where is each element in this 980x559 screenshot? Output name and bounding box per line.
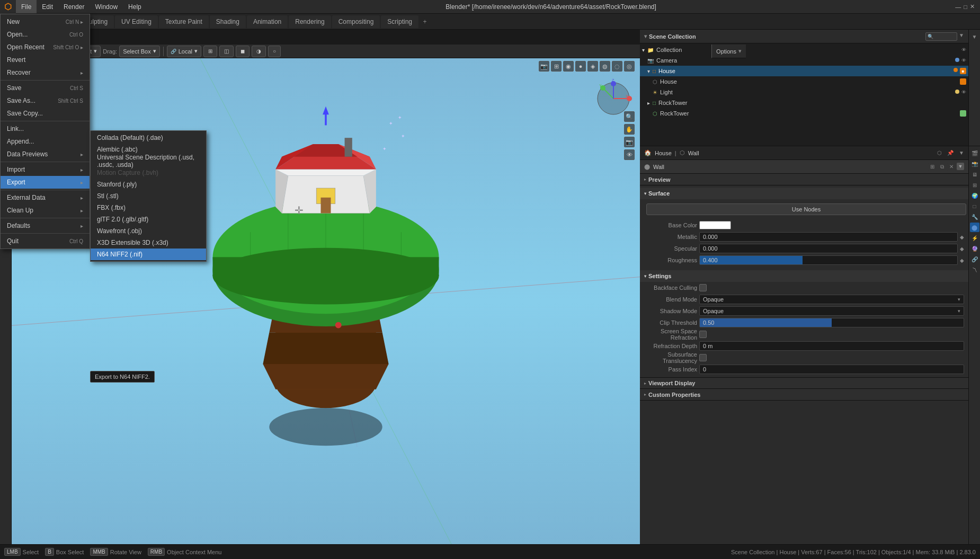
light-vis-icon[interactable]: 👁 <box>961 90 966 95</box>
menu-help[interactable]: Help <box>123 0 147 13</box>
outliner-item-scene-collection[interactable]: ▾ 📁 Collection 👁 <box>640 45 968 55</box>
xray-btn[interactable]: ◫ <box>219 46 234 57</box>
vp-shade3-icon[interactable]: ◈ <box>587 61 598 72</box>
prop-icon-particles[interactable]: ⚡ <box>970 233 979 243</box>
metallic-value[interactable]: 0.000 <box>699 232 958 242</box>
export-n64-niff2[interactable]: N64 NIFF2 (.nif) <box>91 249 206 260</box>
metallic-keyframe-icon[interactable]: ◆ <box>960 234 964 240</box>
menu-defaults[interactable]: Defaults ▸ <box>1 219 90 232</box>
filter-icon-header[interactable]: ▼ <box>959 150 964 156</box>
minimize-btn[interactable]: — <box>955 4 961 10</box>
menu-recover[interactable]: Recover ▸ <box>1 66 90 79</box>
tab-texture-paint[interactable]: Texture Paint <box>159 15 209 28</box>
subsurface-checkbox[interactable] <box>699 354 707 361</box>
outliner-search-box[interactable]: 🔍 <box>925 32 957 41</box>
tab-scripting[interactable]: Scripting <box>381 15 418 28</box>
filter-icon[interactable]: ▼ <box>970 32 979 41</box>
pass-index-value[interactable]: 0 <box>699 365 964 374</box>
prop-icon-output[interactable]: 🖥 <box>970 170 979 179</box>
menu-link[interactable]: Link... <box>1 122 90 135</box>
menu-export[interactable]: Export ▸ <box>1 176 90 189</box>
tab-shading[interactable]: Shading <box>210 15 246 28</box>
menu-data-previews[interactable]: Data Previews ▸ <box>1 148 90 161</box>
export-usd[interactable]: Universal Scene Description (.usd, .usdc… <box>91 155 206 167</box>
outliner-filter-icon[interactable]: ▼ <box>959 32 964 41</box>
prop-icon-constraints[interactable]: 🔗 <box>970 254 979 264</box>
menu-external-data[interactable]: External Data ▸ <box>1 191 90 204</box>
material-copy-btn[interactable]: ⧉ <box>938 163 946 171</box>
prop-icon-scene[interactable]: 🎬 <box>970 148 979 158</box>
menu-new[interactable]: New Ctrl N ▸ <box>1 15 90 28</box>
vp-shade4-icon[interactable]: ◍ <box>600 61 610 72</box>
add-workspace-btn[interactable]: + <box>420 16 430 27</box>
outliner-item-rocktower[interactable]: ▸ □ RockTower <box>640 97 968 108</box>
shadow-dropdown[interactable]: Opaque ▾ <box>699 306 964 316</box>
expand-icon-header[interactable]: ⬡ <box>937 150 942 156</box>
close-btn[interactable]: ✕ <box>970 3 975 10</box>
menu-open[interactable]: Open... Ctrl O <box>1 28 90 41</box>
drag-selector[interactable]: Select Box▾ <box>119 46 160 57</box>
surface-header[interactable]: ▾ Surface <box>640 188 968 199</box>
vp-shade5-icon[interactable]: ◌ <box>612 61 622 72</box>
use-nodes-btn[interactable]: Use Nodes <box>646 203 966 215</box>
menu-import[interactable]: Import ▸ <box>1 163 90 176</box>
prop-icon-data[interactable]: 〽 <box>970 265 979 274</box>
menu-quit[interactable]: Quit Ctrl Q <box>1 235 90 247</box>
base-color-swatch[interactable] <box>699 221 731 229</box>
backface-checkbox[interactable] <box>699 284 707 291</box>
menu-save[interactable]: Save Ctrl S <box>1 82 90 94</box>
vp-grid-icon[interactable]: ⊞ <box>551 61 562 72</box>
export-fbx[interactable]: FBX (.fbx) <box>91 202 206 214</box>
material-browse-btn[interactable]: ⊞ <box>928 163 937 171</box>
export-stl[interactable]: Stl (.stl) <box>91 190 206 202</box>
viewport-overlay-btn[interactable]: ⊞ <box>203 46 217 57</box>
outliner-item-house[interactable]: ▾ □ House ■ <box>640 66 968 76</box>
menu-window[interactable]: Window <box>90 0 123 13</box>
menu-file[interactable]: File <box>16 0 37 13</box>
prop-icon-modifiers[interactable]: 🔧 <box>970 212 979 221</box>
roughness-keyframe-icon[interactable]: ◆ <box>960 258 964 263</box>
vp-zoom-in-icon[interactable]: 🔍 <box>624 111 635 122</box>
tab-animation[interactable]: Animation <box>247 15 288 28</box>
local-selector[interactable]: 🔗Local▾ <box>167 46 201 57</box>
outliner-item-house-mesh[interactable]: ⬡ House <box>640 76 968 87</box>
clip-value[interactable]: 0.50 <box>699 318 964 327</box>
specular-keyframe-icon[interactable]: ◆ <box>960 246 964 252</box>
wall-tab-label[interactable]: Wall <box>688 150 699 156</box>
preview-section-header[interactable]: ▸ Preview <box>640 174 968 185</box>
custom-properties-section[interactable]: ▸ Custom Properties <box>640 389 968 401</box>
menu-save-copy[interactable]: Save Copy... <box>1 107 90 120</box>
prop-icon-material[interactable]: ⬤ <box>970 223 979 232</box>
blend-dropdown[interactable]: Opaque ▾ <box>699 295 964 304</box>
menu-open-recent[interactable]: Open Recent Shift Ctrl O ▸ <box>1 41 90 54</box>
outliner-item-rocktower-mesh[interactable]: ⬡ RockTower <box>640 108 968 119</box>
menu-clean-up[interactable]: Clean Up ▸ <box>1 204 90 217</box>
menu-revert[interactable]: Revert <box>1 54 90 66</box>
vp-pan-icon[interactable]: ✋ <box>624 124 635 135</box>
outliner-item-light[interactable]: ☀ Light 👁 <box>640 87 968 97</box>
menu-edit[interactable]: Edit <box>37 0 58 13</box>
prop-icon-render[interactable]: 📸 <box>970 159 979 168</box>
tab-rendering[interactable]: Rendering <box>289 15 331 28</box>
export-stanford[interactable]: Stanford (.ply) <box>91 179 206 190</box>
pin-icon[interactable]: 📌 <box>947 150 954 156</box>
menu-render[interactable]: Render <box>58 0 90 13</box>
roughness-value[interactable]: 0.400 <box>699 255 958 265</box>
screen-space-checkbox[interactable] <box>699 331 707 338</box>
specular-value[interactable]: 0.000 <box>699 244 958 253</box>
prop-icon-physics[interactable]: 🔮 <box>970 244 979 253</box>
vp-shade1-icon[interactable]: ◉ <box>563 61 574 72</box>
shade-render-btn[interactable]: ○ <box>268 46 281 57</box>
menu-save-as[interactable]: Save As... Shift Ctrl S <box>1 94 90 107</box>
export-collada[interactable]: Collada (Default) (.dae) <box>91 132 206 144</box>
export-gltf[interactable]: glTF 2.0 (.glb/.gltf) <box>91 214 206 225</box>
prop-icon-view-layer[interactable]: ⊞ <box>970 180 979 190</box>
shade-material-btn[interactable]: ◑ <box>252 46 266 57</box>
viewport-display-section[interactable]: ▸ Viewport Display <box>640 377 968 389</box>
outliner-item-camera[interactable]: 📷 Camera 👁 <box>640 55 968 66</box>
refraction-depth-value[interactable]: 0 m <box>699 341 964 351</box>
prop-icon-world[interactable]: 🌍 <box>970 191 979 200</box>
prop-icon-object[interactable]: □ <box>970 201 979 211</box>
vp-shade2-icon[interactable]: ● <box>575 61 586 72</box>
maximize-btn[interactable]: □ <box>964 4 967 10</box>
